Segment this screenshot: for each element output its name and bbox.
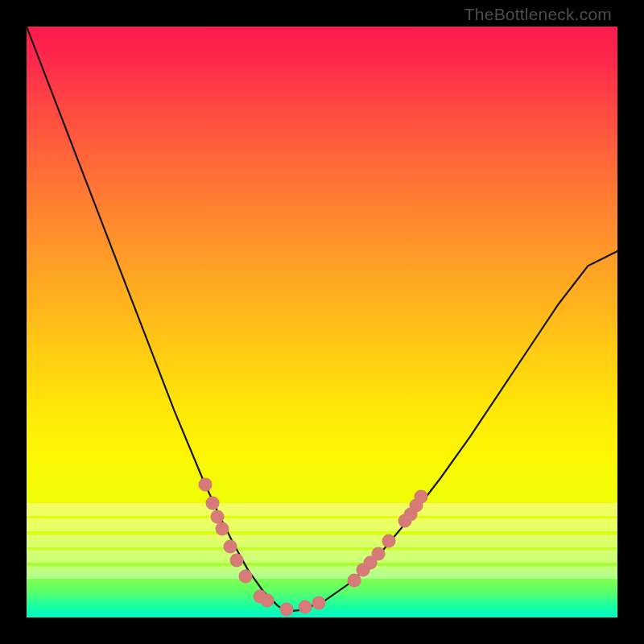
plot-area xyxy=(27,27,617,617)
data-marker xyxy=(382,534,395,547)
data-marker xyxy=(299,600,312,613)
data-marker xyxy=(312,596,326,609)
outer-frame: TheBottleneck.com xyxy=(0,0,644,644)
data-marker xyxy=(206,497,220,510)
data-marker xyxy=(229,553,243,567)
data-marker xyxy=(215,522,229,535)
curve-svg xyxy=(27,27,617,617)
bottleneck-curve xyxy=(27,27,617,612)
data-marker xyxy=(224,539,237,553)
watermark-text: TheBottleneck.com xyxy=(464,5,612,24)
data-marker xyxy=(371,547,385,560)
data-marker xyxy=(279,603,293,617)
data-marker xyxy=(415,489,428,503)
data-marker xyxy=(198,477,212,491)
data-marker xyxy=(261,594,275,608)
data-marker xyxy=(238,569,252,583)
